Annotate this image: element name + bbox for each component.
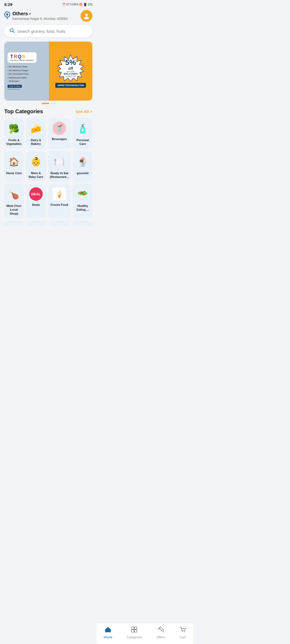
svg-line-5 [13, 31, 14, 33]
status-icons: ⏰ 97.0 KB/S 📶 ▐▌ [26] [62, 3, 92, 6]
categories-header: Top Categories See All > [4, 108, 92, 115]
home-care-icon: 🏠 [7, 155, 21, 169]
category-mom-baby[interactable]: 👶 Mom & Baby Care [26, 151, 46, 182]
website-url: WWW.TROSNOW.COM [55, 83, 86, 88]
categories-section: Top Categories See All > 🥦 Fruits & Vege… [0, 108, 97, 226]
frozen-food-label: Frozen Food [50, 203, 68, 207]
network-speed: 97.0 KB/S [66, 3, 78, 6]
mom-baby-icon: 👶 [29, 155, 43, 169]
category-ready-to-eat[interactable]: 🍽️ Ready to Eat (Restaurant... [48, 151, 70, 182]
alarm-icon: ⏰ [62, 3, 66, 6]
location-address: Kannamwar Nagar II, Mumbai, 400083 [12, 17, 68, 21]
dot-active [42, 103, 49, 104]
category-home-care[interactable]: 🏠 Home Care [4, 151, 24, 182]
category-fruits-vegetables[interactable]: 🥦 Fruits & Vegetables [4, 118, 24, 149]
search-bar[interactable] [4, 25, 92, 37]
promo-code: WELCOME5 [64, 72, 78, 75]
website-bottom-left: www.trosnow.com [8, 88, 20, 90]
brand-tagline: THE REAL ONLINE SHOPPING [10, 60, 34, 61]
banner-dots [0, 103, 97, 104]
banner-container: TRQS THE REAL ONLINE SHOPPING • NO Minim… [4, 42, 92, 101]
category-gourmet[interactable]: 🍨 gourmet [73, 151, 92, 182]
brand-logo: TRQS [10, 54, 34, 60]
promo-banner: TRQS THE REAL ONLINE SHOPPING • NO Minim… [4, 42, 92, 101]
category-deals[interactable]: DEAL Deals [26, 184, 46, 218]
deals-label: Deals [32, 203, 40, 207]
gourmet-icon: 🍨 [75, 155, 90, 169]
frozen-food-icon: 🍦 [53, 187, 66, 201]
healthy-eating-label: Healthy Eating ... [75, 204, 91, 212]
location-text: Others ▾ Kannamwar Nagar II, Mumbai, 400… [12, 11, 68, 21]
location-pin-icon [4, 12, 10, 20]
svg-point-2 [85, 14, 88, 16]
category-personal-care[interactable]: 🧴 Personal Care [73, 118, 92, 149]
chevron-down-icon: ▾ [29, 12, 31, 16]
category-dairy-bakery[interactable]: 🧀 Dairy & Bakery [26, 118, 46, 149]
status-time: 6:29 [4, 2, 12, 7]
dairy-bakery-label: Dairy & Bakery [28, 138, 44, 146]
beverages-icon: 🥤 [53, 122, 66, 135]
discount-off: off [64, 66, 78, 71]
badge-text: 5% off use code WELCOME5 at check out [64, 59, 78, 77]
gourmet-label: gourmet [77, 171, 89, 175]
personal-care-icon: 🧴 [75, 122, 90, 136]
battery-icon: [26] [88, 3, 92, 6]
partial-row [4, 221, 92, 226]
scan-shop-btn: Scan & Shop [8, 85, 22, 88]
see-all-button[interactable]: See All > [76, 109, 92, 114]
meat-label: Meat (Your Local Shop) [6, 204, 22, 215]
meat-icon: 🍗 [7, 187, 21, 202]
banner-logo-area: TRQS THE REAL ONLINE SHOPPING [8, 52, 37, 63]
home-care-label: Home Care [6, 171, 22, 175]
banner-right: 5% off use code WELCOME5 at check out WW… [49, 42, 92, 101]
header: Others ▾ Kannamwar Nagar II, Mumbai, 400… [0, 8, 97, 25]
dairy-bakery-icon: 🧀 [29, 122, 43, 136]
beverages-label: Beverages [52, 137, 67, 141]
discount-badge: 5% off use code WELCOME5 at check out [57, 54, 84, 81]
location-area[interactable]: Others ▾ Kannamwar Nagar II, Mumbai, 400… [4, 11, 68, 21]
svg-point-1 [6, 13, 8, 16]
category-meat[interactable]: 🍗 Meat (Your Local Shop) [4, 184, 24, 218]
checkout-text: at check out [64, 75, 78, 77]
discount-percent: 5% [64, 59, 78, 66]
personal-care-label: Personal Care [75, 138, 91, 146]
signal-icon: ▐▌ [83, 3, 87, 6]
dot-inactive-1 [50, 103, 52, 104]
search-icon [10, 28, 15, 34]
ready-to-eat-label: Ready to Eat (Restaurant... [50, 171, 69, 179]
use-code-text: use code [64, 71, 78, 72]
categories-grid: 🥦 Fruits & Vegetables 🧀 Dairy & Bakery 🥤… [4, 118, 92, 218]
wifi-icon: 📶 [79, 3, 82, 6]
avatar[interactable] [81, 10, 92, 22]
dot-inactive-2 [53, 103, 55, 104]
categories-title: Top Categories [4, 108, 43, 115]
fruits-vegetables-label: Fruits & Vegetables [6, 138, 22, 146]
category-beverages[interactable]: 🥤 Beverages [48, 118, 70, 149]
fruits-vegetables-icon: 🥦 [7, 122, 21, 136]
svg-point-3 [84, 17, 89, 19]
search-input[interactable] [17, 29, 87, 34]
category-healthy-eating[interactable]: 🥗 Healthy Eating ... [73, 184, 92, 218]
category-frozen-food[interactable]: 🍦 Frozen Food [48, 184, 70, 218]
banner-features: • NO Minimum Order • NO Delivery Charge … [8, 65, 29, 83]
ready-to-eat-icon: 🍽️ [52, 155, 67, 169]
banner-left: TRQS THE REAL ONLINE SHOPPING • NO Minim… [4, 42, 49, 101]
deals-icon: DEAL [29, 187, 43, 201]
mom-baby-label: Mom & Baby Care [28, 171, 44, 179]
status-bar: 6:29 ⏰ 97.0 KB/S 📶 ▐▌ [26] [0, 0, 97, 8]
location-type: Others [12, 11, 28, 17]
healthy-eating-icon: 🥗 [75, 187, 90, 202]
